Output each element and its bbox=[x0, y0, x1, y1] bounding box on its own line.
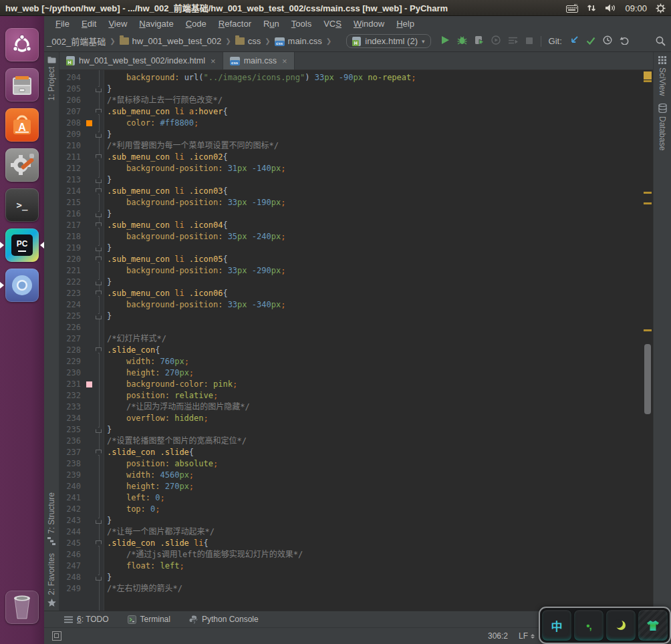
menu-navigate[interactable]: Navigate bbox=[133, 17, 179, 30]
fold-marker-icon[interactable] bbox=[96, 291, 102, 297]
ubuntu-top-panel: hw_web [~/python/hw_web] - .../hw_002_前端… bbox=[0, 0, 671, 16]
fold-marker-icon[interactable] bbox=[96, 540, 102, 546]
code-line: 204 background: url("../images/icons.png… bbox=[59, 72, 642, 84]
fold-marker-icon[interactable] bbox=[96, 222, 102, 228]
ime-chinese-mode-button[interactable]: 中 bbox=[541, 609, 572, 641]
fold-marker-icon[interactable] bbox=[96, 132, 102, 138]
tool-stripe-structure[interactable]: 7: Structure bbox=[47, 488, 56, 549]
git-commit-button[interactable] bbox=[586, 35, 595, 47]
close-icon[interactable]: × bbox=[211, 56, 216, 66]
tool-stripe-favorites[interactable]: 2: Favorites bbox=[47, 549, 56, 611]
fold-marker-icon[interactable] bbox=[96, 427, 102, 433]
menu-file[interactable]: File bbox=[49, 17, 76, 30]
fold-marker-icon[interactable] bbox=[96, 518, 102, 524]
debug-button[interactable] bbox=[457, 35, 467, 47]
code-line: 246 /*通过js调用left的值能够实现幻灯片的效果*/ bbox=[59, 549, 642, 560]
scrollbar-thumb[interactable] bbox=[644, 344, 651, 414]
line-number: 230 bbox=[59, 367, 85, 379]
fold-marker-icon[interactable] bbox=[96, 347, 102, 353]
run-config-select[interactable]: index.html (2) ▾ bbox=[346, 34, 430, 48]
toggle-tool-windows-icon[interactable] bbox=[52, 631, 61, 641]
fold-marker-icon[interactable] bbox=[96, 109, 102, 115]
breadcrumb-item[interactable]: _002_前端基础 bbox=[45, 34, 107, 48]
menu-help[interactable]: Help bbox=[390, 17, 420, 30]
todo-tool-button[interactable]: 6: TODO bbox=[64, 615, 109, 624]
fold-marker-icon[interactable] bbox=[96, 211, 102, 217]
focused-indicator-arrow bbox=[37, 242, 44, 249]
fold-marker-icon[interactable] bbox=[96, 245, 102, 251]
inspection-status-square[interactable] bbox=[644, 71, 652, 79]
ime-fullwidth-moon-button[interactable] bbox=[606, 609, 636, 641]
menu-edit[interactable]: Edit bbox=[76, 17, 102, 30]
menu-window[interactable]: Window bbox=[348, 17, 390, 30]
terminal-tool-button[interactable]: Terminal bbox=[128, 615, 170, 624]
menu-view[interactable]: View bbox=[102, 17, 133, 30]
launcher-trash-icon[interactable] bbox=[5, 591, 39, 624]
line-number: 231 bbox=[59, 379, 85, 390]
menu-code[interactable]: Code bbox=[180, 17, 213, 30]
code-line: 206/*鼠标移动上去一行颜色改变*/ bbox=[59, 95, 642, 106]
run-button[interactable] bbox=[440, 35, 450, 47]
line-separator-indicator[interactable]: LF bbox=[519, 631, 535, 641]
line-number: 217 bbox=[59, 220, 85, 231]
fold-marker-icon[interactable] bbox=[96, 279, 102, 285]
python-icon bbox=[189, 615, 198, 624]
stop-button[interactable] bbox=[525, 35, 533, 47]
run-configurations-button[interactable] bbox=[508, 35, 518, 47]
tool-stripe-sciview[interactable]: SciView bbox=[658, 52, 667, 100]
launcher-ubuntu-dash-icon[interactable] bbox=[5, 28, 39, 61]
profiler-button[interactable] bbox=[491, 35, 501, 47]
code-editor[interactable]: 204 background: url("../images/icons.png… bbox=[59, 70, 653, 611]
tool-stripe-project[interactable]: 1: Project bbox=[47, 52, 56, 105]
keyboard-indicator-icon[interactable] bbox=[566, 4, 578, 13]
fold-marker-icon[interactable] bbox=[96, 177, 102, 183]
menu-bar: FileEditViewNavigateCodeRefactorRunTools… bbox=[44, 16, 671, 31]
session-gear-icon[interactable] bbox=[656, 3, 666, 13]
network-sync-icon[interactable] bbox=[587, 3, 596, 13]
volume-icon[interactable] bbox=[605, 3, 616, 13]
tab-main-css[interactable]: main.css × bbox=[223, 52, 295, 69]
fold-marker-icon[interactable] bbox=[96, 188, 102, 194]
line-number: 242 bbox=[59, 504, 85, 515]
menu-vcs[interactable]: VCS bbox=[317, 17, 348, 30]
search-everywhere-button[interactable] bbox=[656, 36, 666, 46]
fold-marker-icon[interactable] bbox=[96, 154, 102, 160]
ime-punctuation-button[interactable]: •, bbox=[573, 609, 604, 641]
fold-marker-icon[interactable] bbox=[96, 86, 102, 92]
fold-marker-icon[interactable] bbox=[96, 450, 102, 456]
menu-refactor[interactable]: Refactor bbox=[213, 17, 257, 30]
launcher-chromium-icon[interactable] bbox=[5, 269, 39, 302]
color-swatch[interactable] bbox=[86, 120, 92, 126]
fold-marker-icon[interactable] bbox=[96, 257, 102, 263]
git-update-button[interactable] bbox=[569, 35, 579, 47]
editor-scrollbar[interactable] bbox=[642, 70, 653, 611]
tool-stripe-database[interactable]: Database bbox=[658, 100, 667, 154]
close-icon[interactable]: × bbox=[282, 56, 287, 66]
menu-tools[interactable]: Tools bbox=[285, 17, 317, 30]
ime-skin-button[interactable] bbox=[638, 609, 668, 641]
line-number: 226 bbox=[59, 322, 85, 333]
run-with-coverage-button[interactable] bbox=[475, 35, 484, 47]
git-history-button[interactable] bbox=[603, 35, 612, 47]
caret-position[interactable]: 306:2 bbox=[488, 631, 508, 641]
breadcrumb-item[interactable]: main.css bbox=[273, 35, 323, 47]
git-rollback-button[interactable] bbox=[620, 35, 630, 47]
launcher-terminal-icon[interactable]: >_ bbox=[5, 188, 39, 222]
launcher-file-manager-icon[interactable] bbox=[5, 68, 39, 102]
fold-marker-icon[interactable] bbox=[96, 575, 102, 581]
tab-index-html[interactable]: hw_001_web_test_002/index.html × bbox=[59, 52, 223, 69]
menu-run[interactable]: Run bbox=[257, 17, 285, 30]
breadcrumb-item[interactable]: css bbox=[234, 35, 263, 47]
line-number: 246 bbox=[59, 549, 85, 560]
clock[interactable]: 09:00 bbox=[625, 3, 647, 13]
launcher-software-center-icon[interactable]: A bbox=[5, 108, 39, 142]
color-swatch[interactable] bbox=[86, 381, 92, 387]
python-console-tool-button[interactable]: Python Console bbox=[189, 615, 259, 624]
breadcrumb-item[interactable]: hw_001_web_test_002 bbox=[118, 35, 223, 47]
launcher-system-settings-icon[interactable] bbox=[5, 148, 39, 182]
code-line: 228.slide_con{ bbox=[59, 345, 642, 356]
fold-marker-icon[interactable] bbox=[96, 313, 102, 319]
chevron-right-icon: ❯ bbox=[225, 37, 231, 45]
launcher-pycharm-icon[interactable]: PC bbox=[5, 228, 39, 262]
code-line: 233 /*让因为浮动而溢出的图片隐藏*/ bbox=[59, 401, 642, 413]
